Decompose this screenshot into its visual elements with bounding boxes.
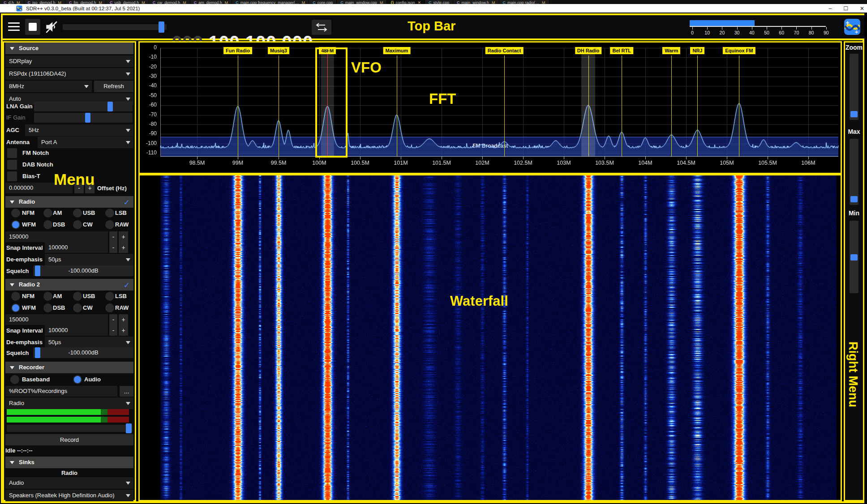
if-gain-slider-handle[interactable]: [85, 113, 90, 123]
editor-tab[interactable]: Ccw_demod.hM: [149, 0, 190, 4]
radio2-mode-wfm-label[interactable]: WFM: [22, 304, 36, 311]
close-button[interactable]: ✕: [860, 5, 864, 12]
radio-snap-minus[interactable]: -: [109, 242, 117, 253]
editor-tab[interactable]: Cmain_window.cppM: [337, 0, 387, 4]
section-header-recorder[interactable]: Recorder: [5, 362, 133, 373]
section-header-radio2[interactable]: Radio 2 ✓: [5, 279, 133, 290]
editor-tab[interactable]: Cmain.cpp radio(…M: [499, 0, 549, 4]
section-header-source[interactable]: Source: [5, 43, 133, 54]
radio-enabled-check-icon[interactable]: ✓: [124, 197, 130, 209]
radio2-snap-minus[interactable]: -: [109, 325, 117, 336]
radio2-mode-lsb-label[interactable]: LSB: [115, 293, 127, 299]
editor-tab[interactable]: Cam_demod.hM: [190, 0, 232, 4]
radio2-enabled-check-icon[interactable]: ✓: [124, 280, 130, 291]
lna-gain-slider[interactable]: [34, 102, 133, 111]
radio2-mode-nfm-label[interactable]: NFM: [22, 293, 34, 299]
radio2-mode-lsb[interactable]: [105, 292, 114, 301]
radio2-mode-nfm[interactable]: [11, 292, 20, 301]
radio2-mode-am-label[interactable]: AM: [53, 293, 62, 299]
radio2-deemphasis-select[interactable]: 50µs: [45, 337, 133, 348]
stop-button[interactable]: [25, 19, 40, 35]
radio-mode-lsb-label[interactable]: LSB: [115, 209, 127, 216]
radio-mode-cw[interactable]: [73, 220, 82, 229]
editor-tab[interactable]: Cstyle.cpp: [425, 0, 453, 4]
main-menu-button[interactable]: [6, 19, 22, 35]
lna-gain-slider-handle[interactable]: [107, 102, 113, 111]
radio2-mode-dsb[interactable]: [43, 303, 52, 312]
radio2-bandwidth-input[interactable]: 150000: [5, 314, 108, 325]
record-button[interactable]: Record: [5, 434, 133, 445]
radio-snap-input[interactable]: 100000: [45, 242, 108, 253]
source-driver-select[interactable]: SDRplay: [5, 56, 133, 67]
radio2-mode-raw[interactable]: [105, 303, 114, 312]
if-gain-slider[interactable]: [34, 113, 133, 123]
radio-bandwidth-input[interactable]: 150000: [5, 231, 108, 242]
radio2-mode-raw-label[interactable]: RAW: [115, 304, 129, 311]
maximize-button[interactable]: ☐: [843, 5, 848, 12]
sink-device-select[interactable]: Speakers (Realtek High Definition Audio): [5, 490, 133, 501]
editor-tab[interactable]: Cmain_window.hM: [453, 0, 499, 4]
radio2-mode-cw-label[interactable]: CW: [83, 304, 93, 311]
radio-mode-usb-label[interactable]: USB: [83, 209, 95, 216]
radio2-mode-am[interactable]: [43, 292, 52, 301]
recorder-browse-button[interactable]: ...: [120, 386, 133, 397]
bias-t-checkbox[interactable]: [7, 171, 17, 181]
radio-mode-dsb[interactable]: [43, 220, 52, 229]
radio-mode-am-label[interactable]: AM: [53, 209, 62, 216]
volume-slider[interactable]: [63, 24, 167, 30]
editor-tab[interactable]: Ciso_demod.hM: [24, 0, 66, 4]
radio2-snap-input[interactable]: 100000: [45, 325, 108, 336]
agc-select[interactable]: 5Hz: [25, 124, 133, 136]
sample-rate-select[interactable]: 8MHz: [5, 81, 92, 92]
radio2-snap-plus[interactable]: +: [119, 325, 128, 336]
radio-mode-wfm-label[interactable]: WFM: [22, 221, 36, 228]
radio-mode-nfm-label[interactable]: NFM: [22, 209, 34, 216]
sink-type-select[interactable]: Audio: [5, 477, 133, 489]
radio2-mode-cw[interactable]: [73, 303, 82, 312]
radio2-mode-usb-label[interactable]: USB: [83, 293, 95, 299]
radio-mode-usb[interactable]: [73, 209, 82, 218]
refresh-button[interactable]: Refresh: [94, 81, 133, 92]
recorder-volume-handle[interactable]: [126, 423, 132, 433]
radio-mode-wfm[interactable]: [11, 220, 20, 229]
fm-notch-checkbox[interactable]: [7, 148, 17, 158]
section-header-sinks[interactable]: Sinks: [5, 457, 133, 468]
mute-button[interactable]: [43, 19, 59, 35]
radio-mode-nfm[interactable]: [11, 209, 20, 218]
radio2-mode-usb[interactable]: [73, 292, 82, 301]
radio-deemphasis-select[interactable]: 50µs: [45, 254, 133, 265]
radio-mode-raw[interactable]: [105, 220, 114, 229]
radio-squelch-slider[interactable]: -100.000dB: [33, 265, 133, 276]
recorder-audio-label[interactable]: Audio: [84, 376, 101, 383]
recorder-stream-select[interactable]: Radio: [5, 397, 133, 409]
recorder-volume-slider[interactable]: [7, 425, 133, 432]
recorder-baseband-radio[interactable]: [10, 375, 19, 384]
radio2-bandwidth-plus[interactable]: +: [119, 314, 128, 325]
radio2-mode-wfm[interactable]: [11, 303, 20, 312]
radio2-mode-dsb-label[interactable]: DSB: [53, 304, 65, 311]
volume-slider-handle[interactable]: [159, 21, 164, 33]
section-header-radio[interactable]: Radio ✓: [5, 196, 133, 208]
recorder-baseband-label[interactable]: Baseband: [22, 376, 50, 383]
radio-snap-plus[interactable]: +: [119, 242, 128, 253]
antenna-select[interactable]: Port A: [38, 137, 133, 148]
radio-bandwidth-minus[interactable]: -: [109, 231, 117, 242]
radio-mode-am[interactable]: [43, 209, 52, 218]
editor-tab[interactable]: Cfm_demod.hM: [65, 0, 106, 4]
source-device-select[interactable]: RSPdx (191106DA42): [5, 68, 133, 80]
minimize-button[interactable]: –: [828, 5, 832, 12]
radio2-squelch-slider[interactable]: -100.000dB: [33, 347, 133, 358]
dab-notch-checkbox[interactable]: [7, 160, 17, 170]
editor-tab[interactable]: Ccore.cpp: [309, 0, 337, 4]
radio-bandwidth-plus[interactable]: +: [119, 231, 128, 242]
radio-mode-lsb[interactable]: [105, 209, 114, 218]
editor-tab[interactable]: Cd.hM: [0, 0, 24, 4]
radio-mode-raw-label[interactable]: RAW: [115, 221, 129, 228]
recorder-path-input[interactable]: %ROOT%/Recordings: [5, 386, 117, 397]
editor-tab[interactable]: Cusb_demod.hM: [106, 0, 149, 4]
radio-mode-cw-label[interactable]: CW: [83, 221, 93, 228]
recorder-audio-radio[interactable]: [73, 375, 82, 384]
vfo-center-toggle-button[interactable]: [312, 20, 331, 35]
editor-tab[interactable]: {}config.json✕: [387, 0, 425, 4]
editor-tab[interactable]: Cmain.cpp frequency_manager(…M: [232, 0, 309, 4]
